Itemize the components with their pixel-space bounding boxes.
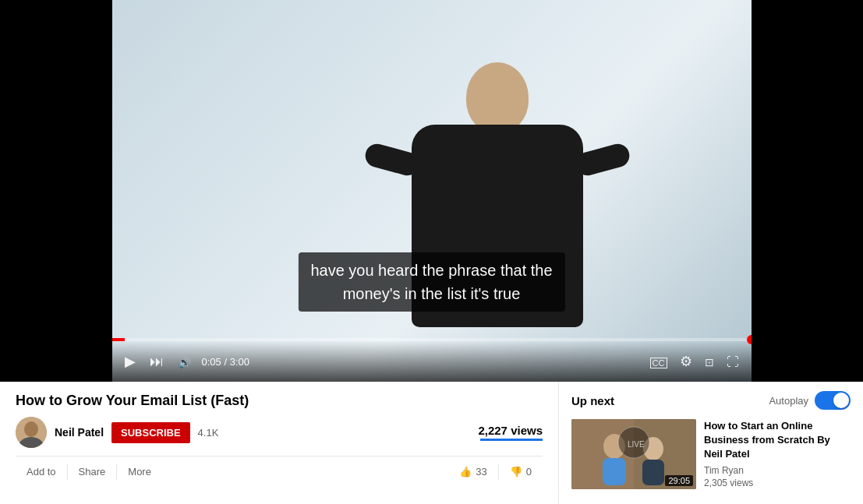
dislike-button[interactable]: 👎 0 [499,461,543,482]
thumbnail-wrapper: LIVE 29:05 [571,419,696,489]
person-head [466,62,529,132]
toggle-dot [833,393,849,408]
left-panel: How to Grow Your Email List (Fast) Neil … [0,382,559,504]
autoplay-toggle[interactable] [815,391,851,410]
time-display: 0:05 / 3:00 [202,356,249,368]
settings-button[interactable] [677,350,695,373]
suggested-title: How to Start an Online Business from Scr… [704,419,851,462]
volume-button[interactable] [175,351,194,373]
subscribe-button[interactable]: Subscribe [111,422,190,443]
video-title: How to Grow Your Email List (Fast) [16,393,543,409]
video-player: have you heard the phrase that the money… [0,0,863,382]
right-controls [647,350,742,373]
side-bar-left [0,0,112,382]
bottom-section: How to Grow Your Email List (Fast) Neil … [0,382,863,504]
action-row: Add to Share More 👍 33 👎 0 [16,456,543,482]
share-button[interactable]: Share [68,461,117,482]
video-content[interactable]: have you heard the phrase that the money… [112,0,752,382]
video-duration: 29:05 [665,475,693,486]
miniplayer-button[interactable] [702,351,717,373]
like-dislike: 👍 33 👎 0 [448,461,543,482]
avatar-svg [16,417,47,448]
views-wrapper: 2,227 views [226,424,543,441]
views-bar [480,439,543,441]
time-current: 0:05 [202,356,221,368]
thumb-down-icon: 👎 [510,466,522,478]
add-to-button[interactable]: Add to [16,461,67,482]
time-total: 3:00 [230,356,249,368]
arm-right [573,141,631,178]
channel-name: Neil Patel [55,426,104,439]
right-panel: Up next Autoplay [559,382,863,504]
like-count: 33 [476,466,486,478]
suggested-views: 2,305 views [704,478,851,488]
svg-point-1 [24,421,38,437]
subtitle-box: have you heard the phrase that the money… [298,252,564,312]
controls-bar: 0:05 / 3:00 [112,341,752,382]
up-next-header: Up next Autoplay [571,391,851,410]
channel-row: Neil Patel Subscribe 4.1K 2,227 views [16,417,543,448]
cc-button[interactable] [647,351,670,373]
svg-text:LIVE: LIVE [628,440,645,449]
dislike-count: 0 [526,466,532,478]
next-button[interactable] [147,351,167,373]
autoplay-label: Autoplay [769,395,808,407]
side-bar-right [752,0,864,382]
svg-rect-8 [642,460,664,485]
arm-left [363,141,421,178]
more-button[interactable]: More [117,461,162,482]
suggested-info: How to Start an Online Business from Scr… [704,419,851,489]
time-sep: / [224,356,229,368]
subscriber-count: 4.1K [198,427,219,439]
like-button[interactable]: 👍 33 [448,461,497,482]
subtitle-line1: have you heard the phrase that the [310,262,552,279]
thumb-up-icon: 👍 [459,466,472,478]
play-button[interactable] [122,350,139,373]
fullscreen-button[interactable] [723,351,742,373]
avatar [16,417,47,448]
autoplay-section: Autoplay [769,391,851,410]
suggested-video-item[interactable]: LIVE 29:05 How to Start an Online Busine… [571,419,851,489]
subtitle-line2: money's in the list it's true [343,285,521,302]
svg-rect-6 [603,458,626,485]
up-next-label: Up next [571,394,614,407]
suggested-channel: Tim Ryan [704,465,851,476]
views-count: 2,227 views [226,424,543,437]
